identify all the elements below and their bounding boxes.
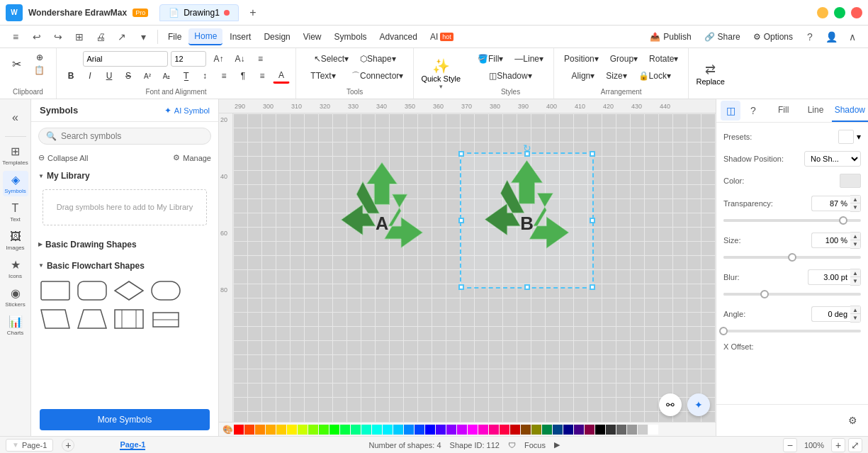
menu-advanced[interactable]: Advanced [374,29,423,45]
blur-slider[interactable] [723,293,861,296]
color-swatch[interactable] [563,425,573,435]
blur-input[interactable] [808,269,850,285]
shadow-properties-icon[interactable]: ◫ [721,101,740,121]
font-size-input[interactable] [171,51,206,67]
publish-button[interactable]: 📤 Publish [644,29,697,45]
color-swatch[interactable] [595,425,605,435]
menu-ai[interactable]: AI hot [424,29,459,45]
angle-input[interactable] [811,306,850,322]
tab-fill[interactable]: Fill [767,99,799,122]
superscript-button[interactable]: A² [139,68,156,84]
menu-design[interactable]: Design [258,29,295,45]
handle-bm[interactable] [524,284,530,290]
text-format-button[interactable]: T̲ [177,68,194,84]
manage-button[interactable]: ⚙ Manage [173,153,211,162]
bullets-button[interactable]: ≡ [215,68,232,84]
active-page-label[interactable]: Page-1 [120,440,145,450]
color-swatch[interactable] [627,425,637,435]
color-swatch[interactable] [404,425,414,435]
presets-box[interactable] [838,130,854,144]
color-swatch[interactable] [478,425,488,435]
color-swatch[interactable] [606,425,616,435]
handle-mr[interactable] [590,218,595,223]
text-align-button[interactable]: ≡ [254,68,271,84]
color-swatch[interactable] [329,425,339,435]
fit-to-page-button[interactable]: ⤢ [848,438,862,452]
font-name-input[interactable] [83,51,168,67]
color-swatch[interactable] [319,425,329,435]
collapse-all-button[interactable]: ⊖ Collapse All [38,153,88,162]
color-swatch[interactable] [276,425,286,435]
color-swatch[interactable] [361,425,371,435]
rotate-button[interactable]: Rotate ▾ [645,51,682,67]
shape-button[interactable]: ⬡ Shape ▾ [356,51,400,67]
color-swatch[interactable] [531,425,541,435]
redo-button[interactable]: ↪ [48,27,68,47]
color-swatch[interactable] [521,425,531,435]
color-swatch[interactable] [372,425,382,435]
shape-item-process[interactable] [112,306,146,332]
text-button[interactable]: T Text ▾ [302,68,344,84]
select-button[interactable]: ↖ Select ▾ [310,51,353,67]
paste-button[interactable]: 📋 [30,65,50,76]
size-up[interactable]: ▲ [850,233,860,240]
handle-tm[interactable] [524,151,530,157]
search-input[interactable] [61,131,203,141]
blur-down[interactable]: ▼ [850,277,860,285]
menu-file[interactable]: File [162,29,187,45]
size-slider[interactable] [723,256,861,259]
export-icon[interactable]: ↗ [112,27,132,47]
sidebar-item-symbols[interactable]: ◈ Symbols [3,171,28,196]
zoom-out-button[interactable]: − [783,438,797,452]
options-button[interactable]: ⚙ Options [748,29,799,45]
handle-tl[interactable] [458,151,464,157]
shape-item-parallelogram[interactable] [38,306,72,332]
undo-button[interactable]: ↩ [27,27,47,47]
color-swatch[interactable] [616,425,626,435]
color-swatch[interactable] [446,425,456,435]
color-swatch[interactable] [266,425,276,435]
blur-thumb[interactable] [760,290,769,298]
left-collapse-button[interactable]: « [3,105,28,130]
user-avatar[interactable]: 👤 [821,27,841,47]
size-input[interactable] [811,233,850,248]
bold-button[interactable]: B [62,68,79,84]
shape-item-rounded2[interactable] [149,278,183,303]
shape-item-cylinder[interactable] [149,306,183,332]
color-swatch[interactable] [638,425,648,435]
color-swatch[interactable] [510,425,520,435]
color-picker-icon[interactable]: 🎨 [222,424,233,435]
more-icon[interactable]: ▾ [133,27,153,47]
align-button[interactable]: Align ▾ [568,68,599,84]
color-swatch[interactable] [298,425,308,435]
color-swatch[interactable] [489,425,499,435]
angle-thumb[interactable] [719,327,728,335]
templates-icon[interactable]: ⊞ [69,27,89,47]
blur-up[interactable]: ▲ [850,269,860,277]
basic-drawing-header[interactable]: ▶ Basic Drawing Shapes [31,237,218,252]
page-1-tab[interactable]: ▼ Page-1 [6,439,53,452]
underline-button[interactable]: U [101,68,118,84]
menu-symbols[interactable]: Symbols [329,29,373,45]
color-swatch[interactable] [585,425,594,435]
strikethrough-button[interactable]: S [120,68,137,84]
sidebar-item-stickers[interactable]: ◉ Stickers [3,284,28,310]
copy-button[interactable]: ⊕ [30,52,50,63]
tab-shadow[interactable]: Shadow [832,99,868,122]
handle-tr[interactable] [590,151,595,157]
color-swatch[interactable] [415,425,424,435]
replace-button[interactable]: ⇄ Replace [689,48,731,99]
add-page-button[interactable]: + [62,439,74,452]
color-swatch[interactable] [436,425,446,435]
transparency-input[interactable]: 87 % [811,196,850,211]
color-swatch[interactable] [574,425,584,435]
color-swatch[interactable] [457,425,467,435]
color-swatch[interactable] [351,425,361,435]
color-swatch[interactable] [542,425,552,435]
lock-button[interactable]: 🔒 Lock ▾ [634,68,675,84]
print-icon[interactable]: 🖨 [91,27,111,47]
line-style-button[interactable]: — Line ▾ [510,51,548,67]
maximize-button[interactable] [834,7,845,18]
position-button[interactable]: Position ▾ [560,51,603,67]
fill-button[interactable]: 🪣 Fill ▾ [473,51,507,67]
